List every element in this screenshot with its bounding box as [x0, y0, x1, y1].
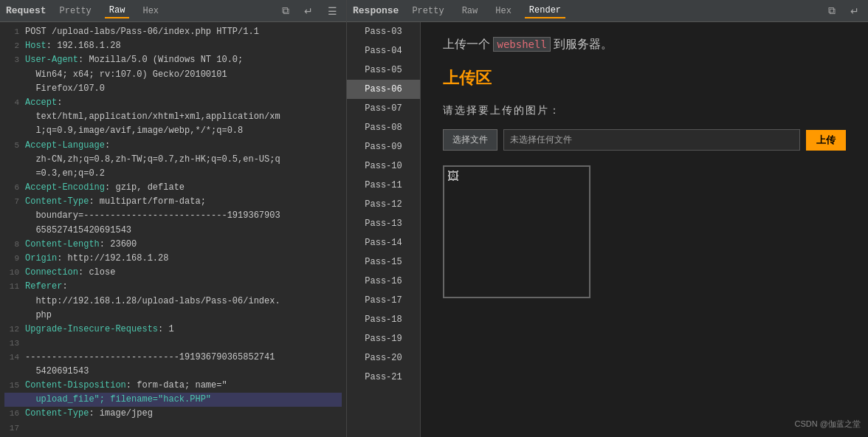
tab-render-response[interactable]: Render: [525, 4, 565, 18]
line-5b: zh-CN,zh;q=0.8,zh-TW;q=0.7,zh-HK;q=0.5,e…: [4, 153, 342, 167]
line-4c: l;q=0.9,image/avif,image/webp,*/*;q=0.8: [4, 124, 342, 138]
response-copy-icon[interactable]: ⧉: [825, 3, 838, 18]
response-header: Response Pretty Raw Hex Render ⧉ ↵: [347, 0, 868, 22]
nav-pass-09[interactable]: Pass-09: [347, 137, 420, 156]
line-14: 14 -----------------------------19193679…: [4, 351, 342, 365]
nav-pass-05[interactable]: Pass-05: [347, 61, 420, 80]
line-13: 13: [4, 337, 342, 351]
tab-raw-response[interactable]: Raw: [458, 4, 483, 18]
line-15b: upload_file"; filename="hack.PHP": [4, 393, 342, 407]
line-10: 10 Connection: close: [4, 266, 342, 280]
nav-pass-03[interactable]: Pass-03: [347, 22, 420, 41]
response-content: Pass-03 Pass-04 Pass-05 Pass-06 Pass-07 …: [347, 22, 868, 437]
nav-pass-07[interactable]: Pass-07: [347, 99, 420, 118]
request-header: Request Pretty Raw Hex ⧉ ↵ ☰: [0, 0, 346, 22]
nav-pass-12[interactable]: Pass-12: [347, 195, 420, 214]
line-11b: http://192.168.1.28/upload-labs/Pass-06/…: [4, 295, 342, 309]
line-16: 16 Content-Type: image/jpeg: [4, 407, 342, 421]
nav-pass-15[interactable]: Pass-15: [347, 252, 420, 272]
line-4: 4 Accept:: [4, 96, 342, 110]
line-7c: 658527415420691543: [4, 224, 342, 238]
nav-pass-04[interactable]: Pass-04: [347, 41, 420, 61]
tab-pretty-response[interactable]: Pretty: [407, 4, 448, 18]
render-title-suffix: 到服务器。: [554, 38, 613, 50]
nav-pass-17[interactable]: Pass-17: [347, 291, 420, 310]
right-panel: Response Pretty Raw Hex Render ⧉ ↵ Pass-…: [347, 0, 868, 437]
line-4b: text/html,application/xhtml+xml,applicat…: [4, 110, 342, 124]
line-7: 7 Content-Type: multipart/form-data;: [4, 195, 342, 209]
line-8: 8 Content-Length: 23600: [4, 238, 342, 252]
render-title-prefix: 上传一个: [443, 38, 490, 50]
nav-pass-20[interactable]: Pass-20: [347, 348, 420, 368]
nav-pass-18[interactable]: Pass-18: [347, 310, 420, 329]
nav-pass-21[interactable]: Pass-21: [347, 368, 420, 387]
tab-hex-response[interactable]: Hex: [491, 4, 516, 18]
no-file-label: 未选择任何文件: [503, 129, 800, 151]
line-3b: Win64; x64; rv:107.0) Gecko/20100101: [4, 68, 342, 82]
left-panel: Request Pretty Raw Hex ⧉ ↵ ☰ 1 POST /upl…: [0, 0, 347, 437]
line-15: 15 Content-Disposition: form-data; name=…: [4, 379, 342, 393]
menu-icon[interactable]: ☰: [325, 4, 340, 18]
line-17: 17: [4, 421, 342, 436]
nav-pass-08[interactable]: Pass-08: [347, 118, 420, 137]
nav-pass-16[interactable]: Pass-16: [347, 272, 420, 291]
image-preview: 🖼: [443, 165, 590, 298]
render-area: 上传一个 webshell 到服务器。 上传区 请选择要上传的图片： 选择文件 …: [421, 22, 868, 437]
response-title: Response: [353, 5, 399, 16]
nav-pass-19[interactable]: Pass-19: [347, 329, 420, 348]
response-wrap-icon[interactable]: ↵: [847, 4, 862, 18]
csdn-watermark: CSDN @伽蓝之堂: [795, 419, 861, 430]
line-6: 6 Accept-Encoding: gzip, deflate: [4, 181, 342, 195]
line-5: 5 Accept-Language:: [4, 139, 342, 153]
line-14b: 5420691543: [4, 365, 342, 379]
line-12: 12 Upgrade-Insecure-Requests: 1: [4, 323, 342, 337]
nav-pass-13[interactable]: Pass-13: [347, 214, 420, 233]
line-9: 9 Origin: http://192.168.1.28: [4, 252, 342, 266]
line-3c: Firefox/107.0: [4, 82, 342, 96]
nav-pass-06[interactable]: Pass-06: [347, 80, 420, 99]
upload-controls: 选择文件 未选择任何文件 上传: [443, 129, 846, 151]
request-title: Request: [6, 5, 46, 16]
line-2: 2 Host: 192.168.1.28: [4, 39, 342, 53]
nav-pass-11[interactable]: Pass-11: [347, 176, 420, 195]
broken-image-icon: 🖼: [447, 170, 459, 184]
main-container: Request Pretty Raw Hex ⧉ ↵ ☰ 1 POST /upl…: [0, 0, 868, 437]
upload-section-title: 上传区: [443, 67, 846, 89]
line-7b: boundary=---------------------------1919…: [4, 209, 342, 223]
nav-pass-14[interactable]: Pass-14: [347, 233, 420, 252]
line-1: 1 POST /upload-labs/Pass-06/index.php HT…: [4, 25, 342, 39]
choose-file-button[interactable]: 选择文件: [443, 129, 497, 151]
line-11: 11 Referer:: [4, 280, 342, 294]
nav-sidebar: Pass-03 Pass-04 Pass-05 Pass-06 Pass-07 …: [347, 22, 421, 437]
render-title: 上传一个 webshell 到服务器。: [443, 37, 846, 52]
request-body: 1 POST /upload-labs/Pass-06/index.php HT…: [0, 22, 346, 437]
nav-pass-10[interactable]: Pass-10: [347, 156, 420, 176]
line-5c: =0.3,en;q=0.2: [4, 167, 342, 181]
copy-icon[interactable]: ⧉: [279, 3, 292, 18]
upload-button[interactable]: 上传: [806, 130, 846, 151]
wrap-icon[interactable]: ↵: [301, 4, 316, 18]
upload-prompt: 请选择要上传的图片：: [443, 104, 846, 117]
webshell-badge: webshell: [493, 37, 550, 52]
tab-hex-request[interactable]: Hex: [138, 4, 163, 18]
tab-pretty-request[interactable]: Pretty: [55, 4, 96, 18]
line-3: 3 User-Agent: Mozilla/5.0 (Windows NT 10…: [4, 53, 342, 67]
line-11c: php: [4, 309, 342, 323]
tab-raw-request[interactable]: Raw: [105, 4, 130, 18]
